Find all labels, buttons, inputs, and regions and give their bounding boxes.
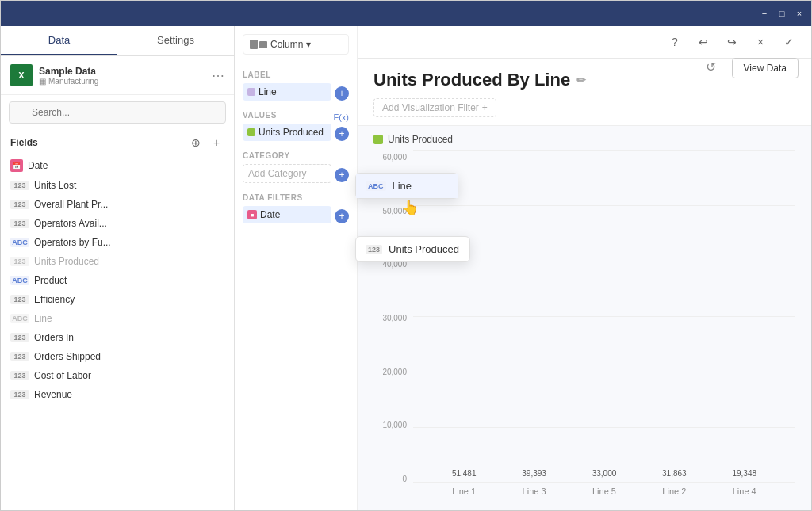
list-item[interactable]: ABC Line: [4, 309, 231, 328]
left-panel: Data Settings X Sample Data ▦ Manufactur…: [1, 26, 235, 510]
label-row: Line +: [243, 83, 349, 103]
label-section-header: LABEL: [243, 71, 349, 79]
label-item-line[interactable]: Line: [243, 83, 331, 101]
refresh-icon[interactable]: ↺: [706, 59, 716, 74]
list-item[interactable]: 123 Efficiency: [4, 290, 231, 309]
globe-icon-button[interactable]: ⊕: [188, 135, 204, 151]
units-produced-dropdown: 123 Units Produced: [355, 236, 470, 262]
undo-button[interactable]: ↩: [692, 31, 714, 53]
legend-color-swatch: [373, 135, 383, 144]
tabs: Data Settings: [1, 26, 234, 56]
date-filter-icon: ■: [247, 210, 257, 219]
label-item-text: Line: [259, 86, 327, 97]
titlebar: − □ ×: [1, 1, 811, 26]
list-item[interactable]: 123 Orders Shipped: [4, 347, 231, 366]
list-item[interactable]: 123 Units Lost: [4, 176, 231, 195]
config-section-category: CATEGORY Add Category +: [243, 151, 349, 185]
data-filter-item-text: Date: [260, 209, 327, 220]
field-type-badge: 123: [10, 257, 29, 266]
data-filters-section-header: DATA FILTERS: [243, 193, 349, 202]
search-input[interactable]: [9, 101, 226, 124]
column-type-icon-group: [250, 40, 267, 49]
chart-panel: ? ↩ ↪ × ✓ Units Produced By Line ✏: [358, 26, 811, 510]
values-section-header: VALUES: [243, 111, 333, 120]
bar-label-line4: 19,348: [732, 469, 756, 478]
category-row: Add Category +: [243, 164, 349, 185]
field-type-badge: ABC: [10, 314, 29, 323]
help-button[interactable]: ?: [664, 31, 686, 53]
view-data-button[interactable]: View Data: [732, 58, 799, 78]
x-labels: Line 1 Line 3 Line 5 Line 2 Line 4: [413, 486, 795, 502]
minimize-button[interactable]: −: [759, 8, 770, 19]
field-name-operators-avail: Operators Avail...: [34, 218, 107, 229]
field-name-units-produced: Units Produced: [34, 256, 99, 267]
x-label-line1: Line 1: [440, 486, 488, 502]
units-dropdown-item-text: Units Produced: [389, 243, 459, 255]
line-dropdown-item-text: Line: [393, 180, 412, 192]
chart-container: 60,000 50,000 40,000 30,000 20,000 10,00…: [373, 150, 795, 502]
list-item[interactable]: 123 Revenue: [4, 385, 231, 404]
main-window: − □ × Data Settings X Sample Data ▦ Manu…: [0, 0, 812, 511]
line-dropdown: ABC Line: [355, 173, 458, 199]
category-add-button[interactable]: +: [335, 168, 349, 182]
y-label-10k: 10,000: [382, 421, 407, 429]
edit-title-icon[interactable]: ✏: [576, 74, 586, 86]
list-item[interactable]: ABC Product: [4, 271, 231, 290]
field-name-orders-shipped: Orders Shipped: [34, 351, 101, 362]
data-filters-add-button[interactable]: +: [335, 209, 349, 223]
field-type-badge: 123: [10, 295, 29, 304]
list-item[interactable]: 123 Overall Plant Pr...: [4, 195, 231, 214]
units-dropdown-item[interactable]: 123 Units Produced: [356, 237, 469, 261]
bar-label-line2: 31,863: [662, 469, 687, 478]
close-button[interactable]: ×: [749, 31, 772, 53]
field-name-product: Product: [34, 275, 67, 286]
add-visualization-filter-button[interactable]: Add Visualization Filter +: [373, 98, 496, 117]
data-source-menu-button[interactable]: ⋯: [212, 68, 224, 83]
list-item[interactable]: 123 Cost of Labor: [4, 366, 231, 385]
list-item[interactable]: 123 Units Produced: [4, 252, 231, 271]
list-item[interactable]: 📅 Date: [4, 155, 231, 176]
label-add-button[interactable]: +: [335, 86, 349, 101]
values-item-units-produced[interactable]: Units Produced: [243, 124, 331, 141]
add-field-button[interactable]: +: [209, 135, 224, 151]
field-type-badge: ABC: [10, 276, 29, 285]
values-add-button[interactable]: +: [335, 127, 349, 141]
line-type-badge: ABC: [366, 181, 386, 191]
fx-button[interactable]: F(x): [333, 112, 349, 122]
data-filter-item-date[interactable]: ■ Date: [243, 206, 331, 223]
close-window-button[interactable]: ×: [794, 8, 805, 19]
config-section-values: VALUES F(x) Units Produced +: [243, 111, 349, 143]
bar-icon-2: [259, 41, 267, 48]
tab-data[interactable]: Data: [1, 26, 117, 55]
field-type-badge: 123: [10, 390, 29, 399]
list-item[interactable]: 123 Operators Avail...: [4, 214, 231, 233]
y-label-20k: 20,000: [382, 368, 407, 376]
values-header-row: VALUES F(x): [243, 111, 349, 124]
search-wrap: 🔍: [9, 101, 226, 124]
y-label-30k: 30,000: [382, 314, 407, 322]
confirm-button[interactable]: ✓: [778, 31, 800, 53]
field-type-badge: 123: [10, 181, 29, 190]
list-item[interactable]: ABC Operators by Fu...: [4, 233, 231, 252]
label-item-color-dot: [247, 88, 255, 96]
bar-label-line1: 51,481: [452, 469, 477, 478]
config-column: Column ▾ LABEL Line +: [235, 26, 358, 510]
list-item[interactable]: 123 Orders In: [4, 328, 231, 347]
field-name-date: Date: [28, 160, 48, 171]
tab-settings[interactable]: Settings: [117, 26, 234, 55]
redo-button[interactable]: ↪: [721, 31, 743, 53]
x-label-line5: Line 5: [580, 486, 628, 502]
add-filter-text: Add Visualization Filter: [382, 102, 479, 113]
table-icon: ▦: [39, 77, 46, 86]
right-toolbar: ? ↩ ↪ × ✓: [358, 26, 811, 59]
line-dropdown-item[interactable]: ABC Line: [356, 174, 458, 198]
y-label-60k: 60,000: [382, 153, 407, 162]
search-row: 🔍: [1, 95, 234, 130]
chart-legend: Units Produced: [373, 134, 795, 145]
maximize-button[interactable]: □: [776, 8, 787, 19]
bar-icon: [250, 40, 258, 49]
config-section-data-filters: DATA FILTERS ■ Date +: [243, 193, 349, 226]
field-type-badge: 123: [10, 371, 29, 380]
main-content: Data Settings X Sample Data ▦ Manufactur…: [1, 26, 811, 510]
column-type-selector[interactable]: Column ▾: [243, 34, 349, 55]
